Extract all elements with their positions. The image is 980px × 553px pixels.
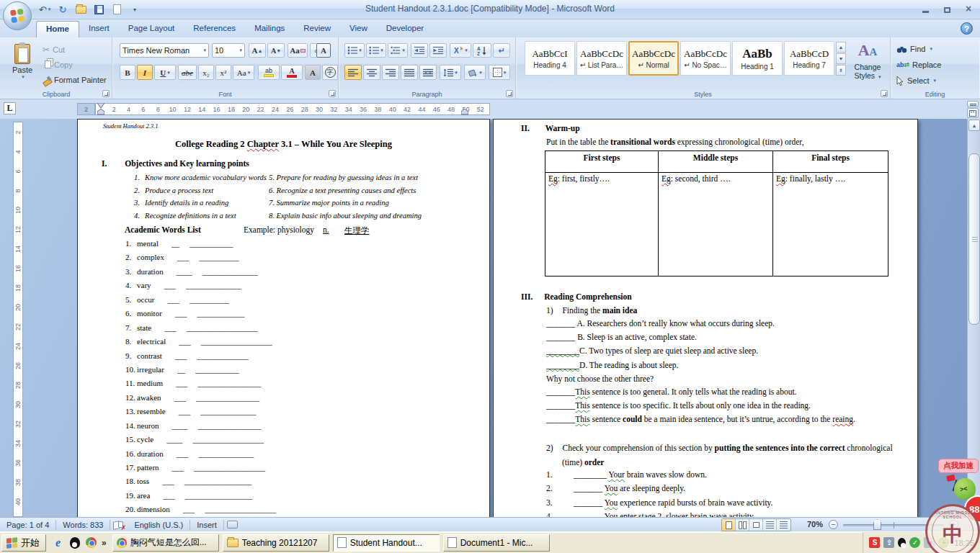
internet-explorer-icon[interactable]: e: [52, 536, 64, 549]
strikethrough-button[interactable]: abe: [178, 65, 197, 80]
view-web-button[interactable]: [749, 519, 763, 531]
subscript-button[interactable]: x₂: [198, 65, 214, 80]
view-outline-button[interactable]: [763, 519, 777, 531]
vertical-scrollbar[interactable]: ▲ ▼: [967, 119, 980, 517]
undo-button[interactable]: ↶▾: [37, 2, 52, 17]
styles-scroll-down[interactable]: ▼: [836, 53, 846, 64]
qq-tray-icon[interactable]: [898, 538, 906, 547]
shading-button[interactable]: ▾: [464, 65, 486, 80]
shrink-font-button[interactable]: A▼: [267, 43, 285, 58]
sogou-icon[interactable]: S: [869, 537, 880, 548]
ribbon-tab[interactable]: Developer: [377, 21, 433, 37]
view-print-layout-button[interactable]: [722, 519, 736, 531]
style-card[interactable]: AaBb Heading 1: [732, 41, 783, 76]
paragraph-dialog-launcher[interactable]: [506, 90, 513, 97]
multilevel-list-button[interactable]: ▾: [388, 43, 408, 58]
numbering-button[interactable]: ▾: [366, 43, 386, 58]
highlight-button[interactable]: ab: [258, 65, 280, 80]
language-indicator[interactable]: English (U.S.): [128, 521, 190, 529]
table-header-cell[interactable]: First steps: [545, 151, 659, 173]
task-button[interactable]: Student Handout...: [333, 534, 440, 552]
zoom-level[interactable]: 70%: [807, 520, 823, 529]
task-button[interactable]: Document1 - Mic...: [443, 534, 550, 552]
save-button[interactable]: [92, 2, 106, 17]
style-card[interactable]: AaBbCcDc ↵ No Spac…: [680, 41, 731, 76]
table-cell[interactable]: Eg: second, third ….: [659, 173, 773, 276]
change-styles-button[interactable]: AA Change Styles ▾: [849, 40, 886, 92]
italic-button[interactable]: I: [137, 65, 153, 80]
increase-indent-button[interactable]: [429, 43, 447, 58]
grow-font-button[interactable]: A▲: [249, 43, 266, 58]
justify-button[interactable]: [401, 65, 418, 80]
font-size-select[interactable]: 10▾: [212, 43, 245, 58]
horizontal-ruler[interactable]: 2 24681012141618202224262830323436384042…: [77, 103, 490, 115]
align-right-button[interactable]: [382, 65, 399, 80]
clipboard-dialog-launcher[interactable]: [102, 90, 110, 97]
style-card[interactable]: AaBbCcDc ↵ Normal: [628, 41, 679, 76]
task-button[interactable]: Teaching 20121207: [223, 534, 329, 552]
tab-selector[interactable]: L: [4, 102, 16, 114]
bold-button[interactable]: B: [120, 65, 135, 80]
close-button[interactable]: ×: [963, 3, 974, 13]
ribbon-tab[interactable]: Page Layout: [119, 21, 184, 37]
character-border-button[interactable]: A: [316, 43, 331, 58]
ribbon-tab[interactable]: View: [340, 21, 377, 37]
find-button[interactable]: Find▾: [896, 42, 932, 56]
format-painter-button[interactable]: Format Painter: [43, 73, 107, 86]
scroll-up-arrow[interactable]: ▲: [968, 120, 980, 131]
cut-button[interactable]: ✂ Cut: [43, 42, 65, 56]
table-cell[interactable]: Eg: first, firstly….: [545, 173, 659, 276]
hanging-indent-marker[interactable]: [97, 109, 104, 115]
show-marks-button[interactable]: ↵: [493, 43, 510, 58]
ribbon-tab[interactable]: Mailings: [245, 21, 294, 37]
ribbon-tab[interactable]: Review: [294, 21, 340, 37]
proofing-status-icon[interactable]: [113, 521, 125, 529]
speedup-bubble[interactable]: 点我加速: [938, 459, 979, 473]
copy-button[interactable]: Copy: [43, 58, 73, 71]
font-family-select[interactable]: Times New Roman▾: [120, 43, 209, 58]
styles-expand[interactable]: ⇟: [836, 65, 846, 76]
office-button[interactable]: [3, 1, 32, 30]
table-header-cell[interactable]: Final steps: [773, 151, 888, 173]
usb-icon[interactable]: ⇪: [883, 537, 894, 548]
asian-layout-button[interactable]: X▾: [450, 43, 471, 58]
distributed-button[interactable]: [419, 65, 437, 80]
right-indent-marker[interactable]: [461, 109, 468, 115]
character-shading-button[interactable]: A: [305, 65, 321, 80]
scrollbar-split-handle[interactable]: [967, 101, 979, 107]
view-draft-button[interactable]: [777, 519, 790, 531]
table-header-cell[interactable]: Middle steps: [659, 151, 773, 173]
font-color-button[interactable]: A: [281, 65, 303, 80]
zoom-out-button[interactable]: −: [829, 520, 838, 529]
line-spacing-button[interactable]: ▾: [440, 65, 461, 80]
view-reading-button[interactable]: [736, 519, 749, 531]
underline-button[interactable]: U▾: [154, 65, 176, 80]
task-button[interactable]: 胸闷气短是怎么回...: [112, 534, 219, 552]
vertical-ruler[interactable]: 246810121416182022242628303234363840: [13, 122, 23, 517]
decrease-indent-button[interactable]: [411, 43, 428, 58]
ribbon-tab[interactable]: References: [184, 21, 245, 37]
clear-formatting-button[interactable]: Aa: [288, 43, 308, 58]
chrome-icon[interactable]: [85, 536, 97, 549]
new-document-button[interactable]: [110, 2, 124, 17]
ruler-toggle-button[interactable]: [967, 108, 979, 118]
customize-qat-button[interactable]: ▾: [128, 2, 142, 17]
page[interactable]: Student Handout 2.3.1 College Reading 2 …: [77, 119, 490, 517]
macro-record-icon[interactable]: [227, 521, 238, 529]
sort-button[interactable]: AZ: [473, 43, 491, 58]
change-case-button[interactable]: Aa▾: [233, 65, 254, 80]
scrollbar-thumb[interactable]: [968, 153, 980, 325]
qq-icon[interactable]: [68, 536, 81, 549]
enclose-characters-button[interactable]: 字: [322, 65, 338, 80]
open-button[interactable]: [74, 2, 88, 17]
restore-button[interactable]: [941, 3, 953, 13]
ribbon-tab[interactable]: Insert: [79, 21, 119, 37]
page-indicator[interactable]: Page: 1 of 4: [0, 521, 55, 529]
align-left-button[interactable]: [344, 65, 362, 80]
minimize-button[interactable]: [919, 3, 931, 13]
help-button[interactable]: ?: [961, 22, 973, 35]
start-button[interactable]: 开始: [1, 534, 46, 552]
redo-button[interactable]: ↻: [55, 2, 70, 17]
chevron-more-icon[interactable]: »: [102, 538, 107, 548]
style-card[interactable]: AaBbCcDc ↵ List Para…: [576, 41, 627, 76]
